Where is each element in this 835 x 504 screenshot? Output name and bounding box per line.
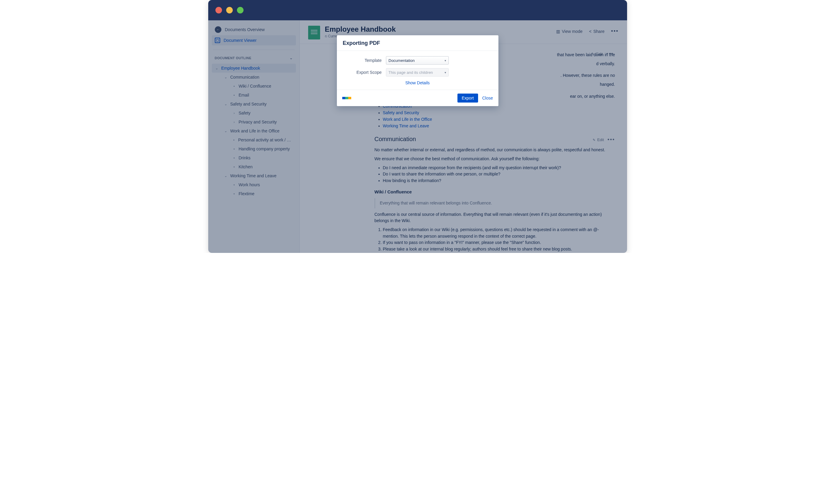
modal-actions: Export Close [457,93,493,103]
scope-select: This page and its children ▾ [386,68,449,77]
window-minimize-dot[interactable] [226,7,233,14]
modal-title: Exporting PDF [337,35,498,51]
export-button[interactable]: Export [457,93,478,103]
show-details-link[interactable]: Show Details [405,80,430,85]
app-window: ← Documents Overview Document Viewer DOC… [208,0,627,253]
modal-footer: Export Close [337,90,498,106]
close-button[interactable]: Close [482,96,493,101]
scope-value: This page and its children [389,70,433,75]
window-zoom-dot[interactable] [237,7,244,14]
window-close-dot[interactable] [216,7,222,14]
scope-label: Export Scope [344,70,386,75]
show-details-row: Show Details [344,80,491,85]
export-pdf-modal: Exporting PDF Template Documentation ▾ E… [337,35,498,106]
template-select[interactable]: Documentation ▾ [386,56,449,65]
window-titlebar [208,0,627,20]
select-caret-icon: ▾ [445,59,446,62]
template-label: Template [344,58,386,63]
select-caret-icon: ▾ [445,71,446,74]
modal-body: Template Documentation ▾ Export Scope Th… [337,51,498,90]
scope-field: Export Scope This page and its children … [344,68,491,77]
template-field: Template Documentation ▾ [344,56,491,65]
brand-stripe-icon [342,97,351,99]
template-value: Documentation [389,58,415,63]
